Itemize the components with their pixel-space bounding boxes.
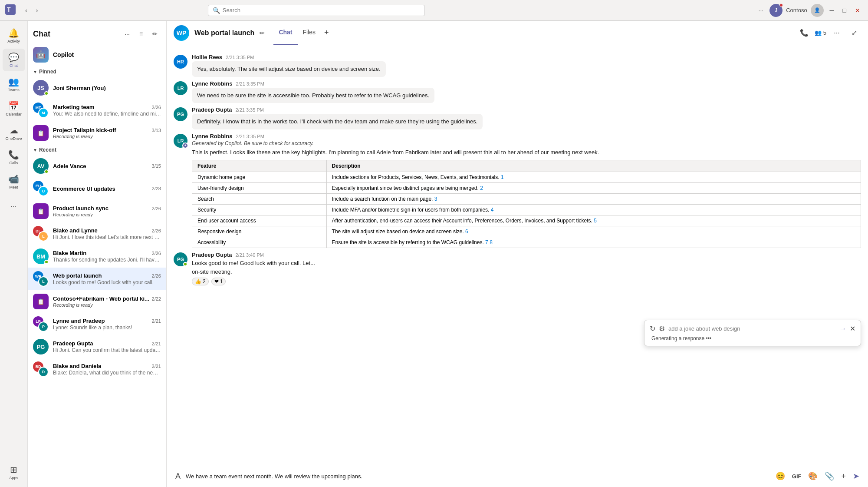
expand-button[interactable]: ⤢ xyxy=(847,26,861,40)
sidebar-item-activity[interactable]: 🔔 Activity xyxy=(3,24,25,47)
chat-header: WP Web portal launch ✏ Chat Files + 📞 xyxy=(167,21,868,45)
chat-name: Ecommerce UI updates xyxy=(53,186,115,192)
chat-filter-button[interactable]: ≡ xyxy=(135,28,147,40)
sidebar-item-teams[interactable]: 👥 Teams xyxy=(3,73,25,96)
format-button[interactable]: A xyxy=(174,470,182,483)
msg-content: Pradeep Gupta 2/21 3:40 PM Looks good to… xyxy=(192,252,861,285)
ai-send-button[interactable]: → xyxy=(839,325,846,333)
chat-header-title: Web portal launch xyxy=(194,29,254,37)
copilot-name: Copilot xyxy=(53,51,74,58)
sidebar-item-onedrive[interactable]: ☁ OneDrive xyxy=(3,122,25,144)
user-avatar[interactable]: J xyxy=(769,4,783,17)
msg-time: 2/21 3:35 PM xyxy=(236,134,264,139)
edit-title-icon[interactable]: ✏ xyxy=(260,30,265,36)
list-item[interactable]: BM Blake Martin 2/26 Thanks for sending … xyxy=(28,245,166,268)
avatar: EU U xyxy=(33,181,49,196)
gif-button[interactable]: GIF xyxy=(790,471,803,481)
sidebar-item-more[interactable]: ··· xyxy=(3,195,25,217)
forward-button[interactable]: › xyxy=(33,5,41,16)
msg-time: 2/21 3:40 PM xyxy=(235,252,263,258)
ai-close-button[interactable]: ✕ xyxy=(850,325,855,333)
chat-date: 2/26 xyxy=(152,105,161,110)
heart-emoji: ❤ xyxy=(214,278,219,285)
avatar: PG xyxy=(174,252,187,266)
close-button[interactable]: ✕ xyxy=(852,5,863,16)
msg-time: 2/21 3:35 PM xyxy=(226,55,254,60)
attach-button[interactable]: 📎 xyxy=(823,470,836,483)
reaction-heart[interactable]: ❤ 1 xyxy=(211,278,226,285)
message-input[interactable]: We have a team event next month. We will… xyxy=(186,471,770,481)
list-item[interactable]: MT M Marketing team 2/26 You: We also ne… xyxy=(28,99,166,122)
chat-more-button[interactable]: ··· xyxy=(121,28,133,40)
user-profile-avatar[interactable]: 👤 xyxy=(811,4,824,17)
avatar: BD D xyxy=(33,361,49,377)
list-item[interactable]: WP L Web portal launch 2/26 Looks good t… xyxy=(28,268,166,290)
emoji-button[interactable]: 😊 xyxy=(774,470,787,483)
heart-count: 1 xyxy=(220,278,223,285)
apps-icon: ⊞ xyxy=(10,464,17,475)
back-button[interactable]: ‹ xyxy=(23,5,30,16)
maximize-button[interactable]: □ xyxy=(840,5,849,16)
new-chat-button[interactable]: ✏ xyxy=(149,28,161,40)
reaction-thumbsup[interactable]: 👍 2 xyxy=(192,278,209,285)
tab-files[interactable]: Files xyxy=(298,21,321,45)
msg-author: Pradeep Gupta xyxy=(192,106,232,113)
chat-name: Contoso+Fabrikam - Web portal ki... xyxy=(53,295,149,302)
sidebar-item-calls[interactable]: 📞 Calls xyxy=(3,146,25,169)
sidebar-item-calendar[interactable]: 📅 Calendar xyxy=(3,97,25,120)
chat-name: Product launch sync xyxy=(53,205,108,212)
send-button[interactable]: ➤ xyxy=(851,470,861,483)
message-group: PG Pradeep Gupta 2/21 3:35 PM Definitely… xyxy=(167,105,868,131)
sidebar-item-chat[interactable]: 💬 Chat xyxy=(3,49,25,71)
minimize-button[interactable]: ─ xyxy=(827,5,837,16)
list-item[interactable]: JS Joni Sherman (You) xyxy=(28,76,166,99)
list-item[interactable]: PG Pradeep Gupta 2/21 Hi Joni. Can you c… xyxy=(28,335,166,358)
list-item[interactable]: EU U Ecommerce UI updates 2/28 xyxy=(28,177,166,200)
chat-preview: You: We also need to define, timeline an… xyxy=(53,111,161,117)
chat-date: 2/21 xyxy=(152,318,161,324)
avatar: PG xyxy=(33,339,49,354)
add-tab-button[interactable]: + xyxy=(321,21,332,45)
ai-settings-button[interactable]: ⚙ xyxy=(659,325,665,333)
sidebar-item-meet[interactable]: 📹 Meet xyxy=(3,170,25,193)
chat-preview: Hi Joni. Can you confirm that the latest… xyxy=(53,347,161,353)
list-item[interactable]: LP P Lynne and Pradeep 2/21 Lynne: Sound… xyxy=(28,313,166,335)
copilot-avatar: 🤖 xyxy=(33,47,49,63)
chat-date: 2/26 xyxy=(152,251,161,256)
pinned-section-label: ▼ Pinned xyxy=(28,66,166,76)
chat-preview: Thanks for sending the updates Joni. I'l… xyxy=(53,257,161,263)
more-button[interactable]: + xyxy=(839,470,848,483)
tab-chat[interactable]: Chat xyxy=(273,21,297,45)
messages-area: HR Hollie Rees 2/21 3:35 PM Yes, absolut… xyxy=(167,45,868,465)
list-item[interactable]: 📋 Project Tailspin kick-off 3/13 Recordi… xyxy=(28,122,166,144)
call-button[interactable]: 📞 xyxy=(797,26,811,40)
list-item[interactable]: 📋 Product launch sync 2/26 Recording is … xyxy=(28,200,166,222)
activity-icon: 🔔 xyxy=(8,28,19,38)
chat-preview: Lynne: Sounds like a plan, thanks! xyxy=(53,325,161,331)
list-item[interactable]: BD D Blake and Daniela 2/21 Blake: Danie… xyxy=(28,358,166,381)
sticker-button[interactable]: 🎨 xyxy=(806,470,819,483)
list-item[interactable]: 📋 Contoso+Fabrikam - Web portal ki... 2/… xyxy=(28,290,166,313)
msg-content: Lynne Robbins 2/21 3:35 PM Generated by … xyxy=(192,133,861,248)
ai-input[interactable] xyxy=(668,325,836,332)
list-item[interactable]: AV Adele Vance 3/15 xyxy=(28,155,166,177)
message-group: HR Hollie Rees 2/21 3:35 PM Yes, absolut… xyxy=(167,52,868,79)
chat-date: 3/15 xyxy=(152,163,161,169)
search-input[interactable] xyxy=(223,7,420,13)
msg-bubble: Yes, absolutely. The site will adjust si… xyxy=(192,61,386,77)
list-item[interactable]: BL L Blake and Lynne 2/26 Hi Joni. I lov… xyxy=(28,222,166,245)
reactions-bar: 👍 2 ❤ 1 xyxy=(192,278,861,285)
participants-badge[interactable]: 👥 5 xyxy=(815,30,826,36)
ai-refresh-button[interactable]: ↻ xyxy=(650,325,655,333)
search-bar[interactable]: 🔍 xyxy=(208,5,425,16)
msg-bubble: We need to be sure the site is accessibl… xyxy=(192,88,434,103)
more-actions-button[interactable]: ··· xyxy=(830,26,844,40)
table-row: User-friendly design Especially importan… xyxy=(192,183,861,194)
more-options-button[interactable]: ··· xyxy=(756,5,766,16)
chat-preview: Hi Joni. I love this idea! Let's talk mo… xyxy=(53,234,161,240)
calendar-icon: 📅 xyxy=(8,101,19,111)
avatar: WP L xyxy=(33,271,49,287)
recent-section-label: ▼ Recent xyxy=(28,144,166,155)
sidebar-item-apps[interactable]: ⊞ Apps xyxy=(3,461,25,484)
copilot-item[interactable]: 🤖 Copilot xyxy=(28,43,166,66)
